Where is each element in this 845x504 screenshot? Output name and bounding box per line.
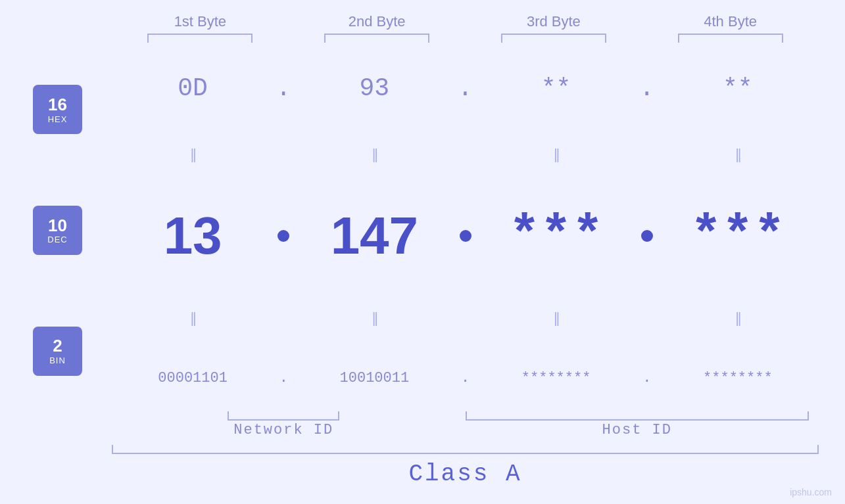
hex-dot1: . [276,74,291,103]
top-brackets [26,34,819,43]
equals-sign-6: || [372,309,377,327]
eq2-b4: || [657,309,819,327]
hex-dot2-cell: . [456,74,475,103]
main-content: 16 HEX 10 DEC 2 BIN 0D . [26,53,819,408]
eq2-b3: || [475,309,637,327]
full-bracket-row [112,445,819,454]
hex-badge-label: HEX [48,114,68,124]
id-labels-row: Network ID Host ID [112,422,819,438]
bin-dot3-cell: . [637,370,657,386]
network-id-label: Network ID [112,422,456,438]
equals-sign-1: || [190,146,195,163]
bin-b3-cell: ******** [475,370,637,386]
dec-dot3 [641,230,653,242]
hex-b2-cell: 93 [293,74,455,103]
dec-badge-label: DEC [47,235,67,244]
byte1-header: 1st Byte [112,13,289,30]
hex-b1-cell: 0D [112,74,274,103]
hex-badge-num: 16 [48,95,67,114]
full-bracket-line [112,445,819,454]
dec-dot3-cell [637,230,657,242]
hex-dot3: . [639,74,654,103]
bin-dot2-cell: . [456,370,475,386]
equals-sign-3: || [554,146,558,163]
host-id-bracket [456,411,819,421]
hex-b1: 0D [178,74,208,103]
bracket-line-b1 [147,34,253,43]
bin-dot1-cell: . [274,370,293,386]
bin-badge-num: 2 [53,336,62,355]
bin-b4-cell: ******** [657,370,819,386]
dec-b3: *** [509,206,604,266]
byte-headers-row: 1st Byte 2nd Byte 3rd Byte 4th Byte [26,13,819,30]
dec-b1-cell: 13 [112,206,274,266]
equals-sign-7: || [554,309,558,327]
bin-badge: 2 BIN [33,327,82,376]
bottom-brackets-row [112,411,819,421]
bin-dot3: . [642,370,651,386]
dec-badge-num: 10 [48,216,67,235]
eq1-b2: || [293,146,455,163]
equals-sign-4: || [735,146,740,163]
network-id-bracket-line [228,411,339,421]
hex-dot1-cell: . [274,74,293,103]
byte4-header: 4th Byte [642,13,819,30]
hex-dot3-cell: . [637,74,657,103]
bin-b2: 10010011 [340,370,410,386]
eq2-b1: || [112,309,274,327]
bin-b4: ******** [703,370,773,386]
hex-row: 0D . 93 . ** . ** [112,74,819,103]
equals-row-2: || || || || [112,309,819,327]
main-container: 1st Byte 2nd Byte 3rd Byte 4th Byte 16 H… [0,0,845,504]
bracket-line-b2 [324,34,429,43]
hex-b3-cell: ** [475,74,637,103]
bin-b1-cell: 00001101 [112,370,274,386]
dec-b3-cell: *** [475,206,637,266]
bin-badge-label: BIN [49,355,66,365]
bracket-b1 [112,34,289,43]
values-area: 0D . 93 . ** . ** [112,53,819,408]
eq2-b2: || [293,309,455,327]
eq1-b3: || [475,146,637,163]
hex-badge: 16 HEX [33,85,82,134]
dec-b2: 147 [331,206,418,266]
dec-row: 13 147 *** *** [112,206,819,266]
dec-b2-cell: 147 [293,206,455,266]
dec-dot1 [278,230,289,242]
hex-dot2: . [458,74,473,103]
byte2-header: 2nd Byte [289,13,466,30]
dec-b4-cell: *** [657,206,819,266]
bottom-section: Network ID Host ID Class A [26,411,819,491]
hex-b4-cell: ** [657,74,819,103]
dec-dot2 [460,230,471,242]
hex-b2: 93 [360,74,390,103]
bracket-line-b4 [678,34,783,43]
hex-b3: ** [541,74,571,103]
dec-b1: 13 [164,206,222,266]
badges-column: 16 HEX 10 DEC 2 BIN [26,53,112,408]
eq1-b1: || [112,146,274,163]
dec-dot2-cell [456,230,475,242]
dec-b4: *** [690,206,785,266]
equals-row-1: || || || || [112,146,819,163]
bracket-b3 [466,34,642,43]
bracket-line-b3 [501,34,606,43]
bracket-b4 [642,34,819,43]
hex-b4: ** [723,74,753,103]
eq1-b4: || [657,146,819,163]
equals-sign-5: || [190,309,195,327]
class-label: Class A [112,457,819,491]
dec-dot1-cell [274,230,293,242]
watermark: ipshu.com [790,487,832,497]
bin-b1: 00001101 [158,370,228,386]
network-id-bracket [112,411,456,421]
bin-dot1: . [279,370,288,386]
bin-b2-cell: 10010011 [293,370,455,386]
bin-dot2: . [461,370,470,386]
equals-sign-8: || [735,309,740,327]
host-id-label: Host ID [456,422,819,438]
equals-sign-2: || [372,146,377,163]
bin-row: 00001101 . 10010011 . ******** . [112,370,819,386]
host-id-bracket-line [466,411,809,421]
bracket-b2 [289,34,466,43]
